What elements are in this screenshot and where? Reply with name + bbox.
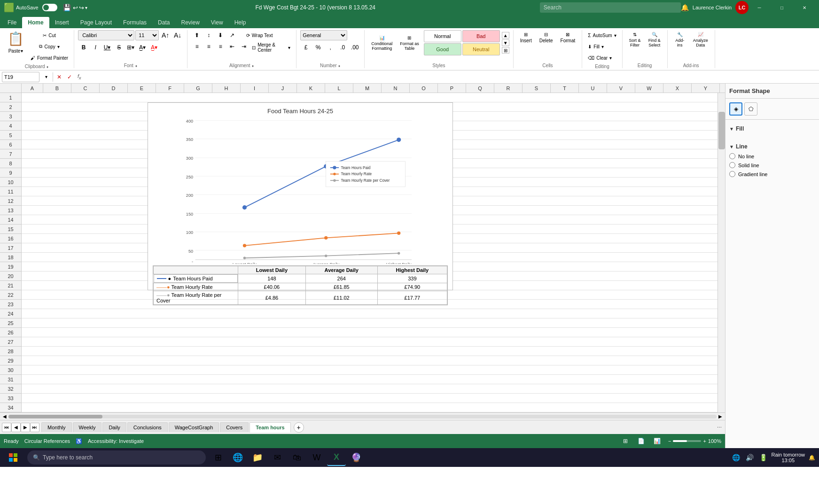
- row-28[interactable]: 28: [0, 347, 22, 356]
- col-G[interactable]: G: [184, 84, 212, 93]
- col-N[interactable]: N: [382, 84, 410, 93]
- horizontal-scrollbar[interactable]: ◀ ▶: [0, 412, 725, 420]
- text-angle-button[interactable]: ↗: [226, 30, 238, 40]
- vertical-scroll-thumb[interactable]: [718, 112, 725, 149]
- row-12[interactable]: 12: [0, 196, 22, 206]
- tab-file[interactable]: File: [2, 17, 22, 28]
- col-V[interactable]: V: [607, 84, 635, 93]
- cut-button[interactable]: ✂ Cut: [29, 30, 70, 40]
- taskbar-search[interactable]: 🔍 Type here to search: [27, 450, 206, 465]
- sheet-prev-button[interactable]: ◀: [11, 423, 21, 432]
- tab-team-hours[interactable]: Team hours: [250, 422, 291, 433]
- style-good[interactable]: Good: [424, 43, 461, 55]
- search-input[interactable]: [540, 2, 681, 13]
- tab-daily[interactable]: Daily: [102, 422, 126, 432]
- number-expand-icon[interactable]: ⬧: [338, 63, 341, 68]
- alignment-expand-icon[interactable]: ⬧: [251, 63, 254, 68]
- maximize-button[interactable]: □: [771, 0, 793, 15]
- decrease-indent-button[interactable]: ⇤: [226, 41, 238, 52]
- row-26[interactable]: 26: [0, 328, 22, 337]
- copy-button[interactable]: ⧉ Copy ▾: [29, 41, 70, 52]
- row-27[interactable]: 27: [0, 337, 22, 347]
- currency-button[interactable]: £: [300, 42, 312, 53]
- no-line-option[interactable]: No line: [729, 152, 815, 161]
- col-R[interactable]: R: [494, 84, 523, 93]
- decrease-font-button[interactable]: A↓: [172, 30, 183, 40]
- border-button[interactable]: ⊞▾: [125, 42, 136, 53]
- sort-filter-button[interactable]: ⇅ Sort &Filter: [626, 30, 644, 49]
- col-L[interactable]: L: [325, 84, 353, 93]
- tab-page-layout[interactable]: Page Layout: [75, 17, 117, 28]
- row-24[interactable]: 24: [0, 309, 22, 318]
- col-W[interactable]: W: [635, 84, 663, 93]
- format-pentagon-icon[interactable]: ⬠: [744, 102, 757, 116]
- font-expand-icon[interactable]: ⬧: [135, 63, 138, 68]
- row-29[interactable]: 29: [0, 356, 22, 365]
- row-21[interactable]: 21: [0, 281, 22, 290]
- formula-cancel-button[interactable]: ✕: [55, 74, 63, 80]
- format-painter-button[interactable]: 🖌 Format Painter: [29, 53, 70, 63]
- format-button[interactable]: ⊠ Format: [558, 30, 578, 45]
- save-icon[interactable]: 💾: [63, 4, 71, 11]
- volume-icon[interactable]: 🔊: [744, 454, 756, 461]
- increase-decimal-button[interactable]: .00: [349, 42, 360, 53]
- line-section-header[interactable]: ▼ Line: [729, 141, 815, 152]
- find-select-button[interactable]: 🔍 Find &Select: [646, 30, 663, 49]
- autosum-button[interactable]: Σ AutoSum ▾: [586, 30, 618, 40]
- col-M[interactable]: M: [353, 84, 382, 93]
- row-31[interactable]: 31: [0, 375, 22, 384]
- row-2[interactable]: 2: [0, 102, 22, 112]
- format-fill-icon[interactable]: ◈: [729, 102, 742, 116]
- name-box[interactable]: T19: [2, 72, 39, 82]
- row-14[interactable]: 14: [0, 215, 22, 225]
- sheet-next-button[interactable]: ▶: [21, 423, 30, 432]
- zoom-slider[interactable]: [673, 440, 701, 442]
- scroll-left-button[interactable]: ◀: [1, 413, 8, 420]
- col-J[interactable]: J: [269, 84, 297, 93]
- solid-line-radio[interactable]: [729, 162, 735, 168]
- paste-button[interactable]: 📋 Paste ▾: [4, 30, 28, 54]
- add-sheet-button[interactable]: +: [294, 422, 304, 433]
- align-center-button[interactable]: ≡: [203, 41, 214, 52]
- strikethrough-button[interactable]: S: [113, 42, 125, 53]
- row-33[interactable]: 33: [0, 394, 22, 403]
- tab-monthly[interactable]: Monthly: [41, 422, 72, 432]
- row-23[interactable]: 23: [0, 300, 22, 309]
- style-neutral[interactable]: Neutral: [462, 43, 500, 55]
- status-accessibility[interactable]: Accessibility: Investigate: [88, 438, 144, 444]
- col-S[interactable]: S: [523, 84, 551, 93]
- row-6[interactable]: 6: [0, 140, 22, 149]
- zoom-out-button[interactable]: −: [668, 438, 671, 444]
- row-11[interactable]: 11: [0, 187, 22, 196]
- increase-font-button[interactable]: A↑: [160, 30, 171, 40]
- normal-view-button[interactable]: ⊞: [620, 436, 631, 446]
- tab-weekly[interactable]: Weekly: [73, 422, 102, 432]
- row-5[interactable]: 5: [0, 131, 22, 140]
- chart-container[interactable]: Food Team Hours 24-25 400 350 300 250 20…: [148, 102, 453, 290]
- bell-icon[interactable]: 🔔: [681, 4, 689, 11]
- row-4[interactable]: 4: [0, 121, 22, 131]
- analyze-data-button[interactable]: 📈 AnalyzeData: [690, 30, 711, 49]
- clock-area[interactable]: Rain tomorrow 13:05: [771, 452, 805, 463]
- minimize-button[interactable]: ─: [749, 0, 770, 15]
- col-T[interactable]: T: [551, 84, 579, 93]
- tab-data[interactable]: Data: [152, 17, 175, 28]
- row-30[interactable]: 30: [0, 365, 22, 375]
- styles-more-button[interactable]: ⊞: [502, 47, 509, 54]
- row-1[interactable]: 1: [0, 93, 22, 102]
- col-E[interactable]: E: [128, 84, 156, 93]
- format-as-table-button[interactable]: ⊞ Format asTable: [397, 31, 422, 54]
- row-15[interactable]: 15: [0, 225, 22, 234]
- taskbar-chrome-icon[interactable]: 🌐: [228, 449, 247, 466]
- tab-help[interactable]: Help: [229, 17, 252, 28]
- col-P[interactable]: P: [438, 84, 466, 93]
- merge-center-button[interactable]: ⊡ Merge & Center ▾: [250, 41, 292, 54]
- tab-wagecostgraph[interactable]: WageCostGraph: [169, 422, 219, 432]
- clipboard-expand-icon[interactable]: ⬧: [46, 64, 49, 69]
- taskbar-task-view[interactable]: ⊞: [209, 449, 227, 466]
- taskbar-files-icon[interactable]: 📁: [248, 449, 267, 466]
- row-25[interactable]: 25: [0, 318, 22, 328]
- col-Q[interactable]: Q: [466, 84, 494, 93]
- row-3[interactable]: 3: [0, 112, 22, 121]
- row-18[interactable]: 18: [0, 253, 22, 262]
